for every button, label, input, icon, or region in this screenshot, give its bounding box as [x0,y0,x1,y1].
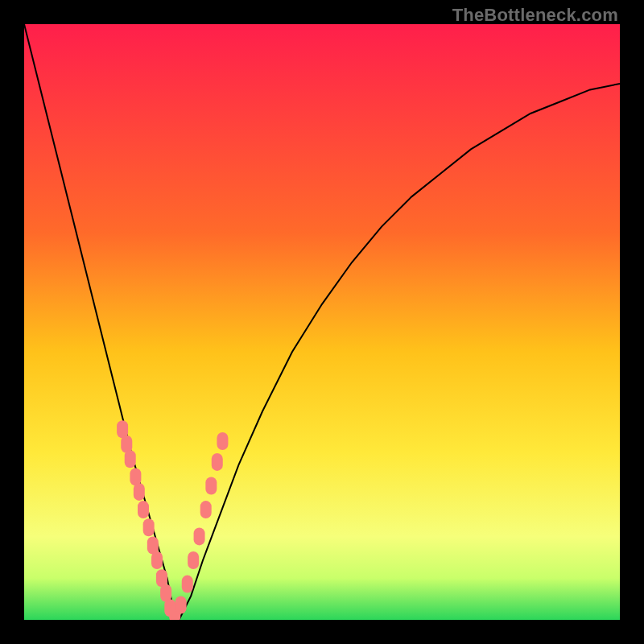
sample-point [212,453,223,471]
sample-point [143,518,155,536]
watermark-text: TheBottleneck.com [452,5,618,26]
sample-point [188,551,199,569]
sample-point [217,432,228,450]
sample-point [182,576,193,593]
chart-frame [24,24,620,620]
bottleneck-chart [24,24,620,620]
sample-point [194,527,205,545]
sample-point [151,551,163,569]
sample-point [205,477,217,495]
sample-point [134,483,145,501]
sample-point [138,501,149,518]
sample-point [175,597,187,614]
sample-point [125,450,136,468]
sample-point [200,501,212,518]
